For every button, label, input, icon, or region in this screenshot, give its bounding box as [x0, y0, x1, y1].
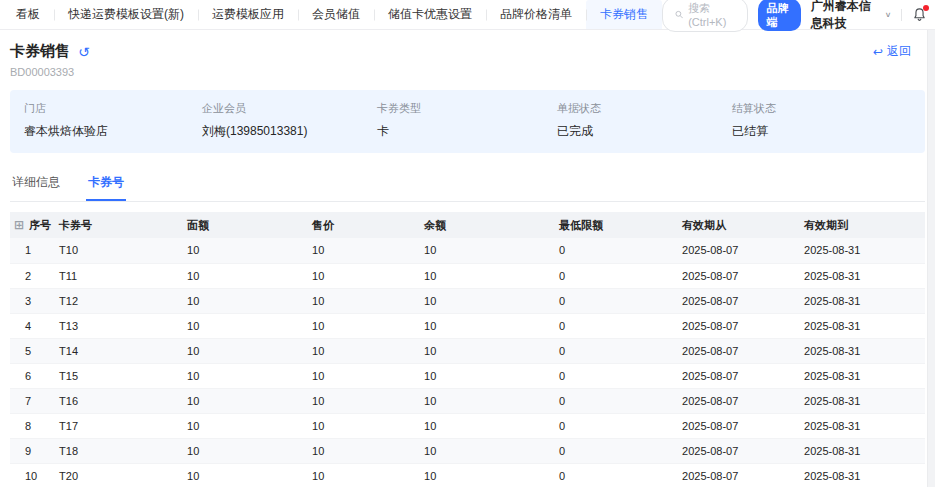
- info-field: 门店 睿本烘焙体验店: [24, 101, 202, 140]
- cell-card-no: T16: [51, 388, 179, 413]
- info-field-value: 卡: [377, 123, 557, 140]
- cell-price: 10: [304, 288, 416, 313]
- info-field-label: 结算状态: [732, 101, 911, 116]
- cell-price: 10: [304, 438, 416, 463]
- column-header-seq: ⊞序号: [10, 212, 51, 238]
- cell-price: 10: [304, 388, 416, 413]
- info-field-value: 已结算: [732, 123, 911, 140]
- cell-valid-from: 2025-08-07: [674, 288, 796, 313]
- cell-face-value: 10: [179, 288, 304, 313]
- title-left: 卡券销售 ↺: [10, 42, 90, 61]
- table-row[interactable]: 5 T14 10 10 10 0 2025-08-07 2025-08-31: [10, 338, 925, 363]
- cell-card-no: T20: [51, 463, 179, 487]
- cell-seq: 2: [10, 263, 51, 288]
- cell-seq: 7: [10, 388, 51, 413]
- info-field: 企业会员 刘梅(13985013381): [202, 101, 377, 140]
- info-field-label: 卡券类型: [377, 101, 557, 116]
- table-row[interactable]: 3 T12 10 10 10 0 2025-08-07 2025-08-31: [10, 288, 925, 313]
- cell-price: 10: [304, 338, 416, 363]
- search-placeholder: 搜索 (Ctrl+K): [688, 1, 735, 28]
- cell-valid-to: 2025-08-31: [796, 288, 925, 313]
- nav-item[interactable]: 看板: [2, 0, 54, 29]
- divider: [901, 9, 902, 21]
- nav-item[interactable]: 品牌价格清单: [486, 0, 586, 29]
- back-link[interactable]: ↩ 返回: [873, 43, 911, 60]
- column-header-card-no: 卡券号: [51, 212, 179, 238]
- cell-valid-to: 2025-08-31: [796, 363, 925, 388]
- account-menu[interactable]: 广州睿本信息科技 ∨: [811, 0, 891, 32]
- cell-face-value: 10: [179, 338, 304, 363]
- cell-valid-to: 2025-08-31: [796, 338, 925, 363]
- cell-seq: 5: [10, 338, 51, 363]
- table-row[interactable]: 9 T18 10 10 10 0 2025-08-07 2025-08-31: [10, 438, 925, 463]
- cell-valid-from: 2025-08-07: [674, 338, 796, 363]
- cell-valid-from: 2025-08-07: [674, 313, 796, 338]
- vertical-scrollbar[interactable]: [927, 30, 935, 487]
- search-icon: [675, 9, 683, 20]
- cell-min-limit: 0: [551, 463, 674, 487]
- table-row[interactable]: 2 T11 10 10 10 0 2025-08-07 2025-08-31: [10, 263, 925, 288]
- cell-price: 10: [304, 463, 416, 487]
- cell-balance: 10: [416, 288, 551, 313]
- table-row[interactable]: 7 T16 10 10 10 0 2025-08-07 2025-08-31: [10, 388, 925, 413]
- cell-face-value: 10: [179, 263, 304, 288]
- cell-min-limit: 0: [551, 363, 674, 388]
- table-header-row: ⊞序号 卡券号 面额 售价 余额 最低限额 有效期从 有效期到: [10, 212, 925, 238]
- cell-balance: 10: [416, 313, 551, 338]
- column-header-balance: 余额: [416, 212, 551, 238]
- table-row[interactable]: 6 T15 10 10 10 0 2025-08-07 2025-08-31: [10, 363, 925, 388]
- nav-item[interactable]: 储值卡优惠设置: [374, 0, 486, 29]
- info-field: 卡券类型 卡: [377, 101, 557, 140]
- back-icon: ↩: [873, 45, 883, 59]
- info-field-label: 门店: [24, 101, 202, 116]
- cell-face-value: 10: [179, 388, 304, 413]
- column-header-price: 售价: [304, 212, 416, 238]
- info-field-label: 单据状态: [557, 101, 732, 116]
- cell-face-value: 10: [179, 363, 304, 388]
- cell-face-value: 10: [179, 313, 304, 338]
- top-navigation: 看板 快递运费模板设置(新) 运费模板应用 会员储值 储值卡优惠设置 品牌价格清…: [0, 0, 935, 30]
- table-row[interactable]: 10 T20 10 10 10 0 2025-08-07 2025-08-31: [10, 463, 925, 487]
- nav-item[interactable]: 卡券销售: [586, 0, 662, 29]
- cell-card-no: T14: [51, 338, 179, 363]
- cell-valid-from: 2025-08-07: [674, 263, 796, 288]
- cell-seq: 10: [10, 463, 51, 487]
- table-row[interactable]: 4 T13 10 10 10 0 2025-08-07 2025-08-31: [10, 313, 925, 338]
- notification-bell[interactable]: [912, 7, 927, 22]
- cell-min-limit: 0: [551, 263, 674, 288]
- table-row[interactable]: 1 T10 10 10 10 0 2025-08-07 2025-08-31: [10, 238, 925, 263]
- cell-min-limit: 0: [551, 438, 674, 463]
- table-settings-icon[interactable]: ⊞: [14, 218, 24, 232]
- cell-price: 10: [304, 413, 416, 438]
- cell-valid-from: 2025-08-07: [674, 413, 796, 438]
- info-field: 结算状态 已结算: [732, 101, 911, 140]
- chevron-down-icon: ∨: [885, 11, 892, 19]
- order-info-card: 门店 睿本烘焙体验店 企业会员 刘梅(13985013381) 卡券类型 卡 单…: [10, 90, 925, 153]
- table-row[interactable]: 8 T17 10 10 10 0 2025-08-07 2025-08-31: [10, 413, 925, 438]
- cell-price: 10: [304, 238, 416, 263]
- cell-card-no: T18: [51, 438, 179, 463]
- nav-item[interactable]: 运费模板应用: [198, 0, 298, 29]
- column-header-valid-to: 有效期到: [796, 212, 925, 238]
- info-field-value: 刘梅(13985013381): [202, 123, 377, 140]
- nav-item[interactable]: 会员储值: [298, 0, 374, 29]
- tab[interactable]: 卡券号: [86, 167, 126, 201]
- nav-item[interactable]: 快递运费模板设置(新): [54, 0, 198, 29]
- cell-valid-from: 2025-08-07: [674, 438, 796, 463]
- cell-balance: 10: [416, 388, 551, 413]
- refresh-icon[interactable]: ↺: [78, 45, 90, 59]
- cell-balance: 10: [416, 238, 551, 263]
- cell-valid-from: 2025-08-07: [674, 363, 796, 388]
- page-title: 卡券销售: [10, 42, 70, 61]
- global-search[interactable]: 搜索 (Ctrl+K): [662, 0, 748, 32]
- cell-seq: 8: [10, 413, 51, 438]
- cell-seq: 6: [10, 363, 51, 388]
- app-window: 看板 快递运费模板设置(新) 运费模板应用 会员储值 储值卡优惠设置 品牌价格清…: [0, 0, 935, 487]
- cell-seq: 4: [10, 313, 51, 338]
- cell-balance: 10: [416, 413, 551, 438]
- cell-seq: 3: [10, 288, 51, 313]
- cell-min-limit: 0: [551, 238, 674, 263]
- tab[interactable]: 详细信息: [10, 167, 62, 201]
- cell-face-value: 10: [179, 438, 304, 463]
- cell-balance: 10: [416, 338, 551, 363]
